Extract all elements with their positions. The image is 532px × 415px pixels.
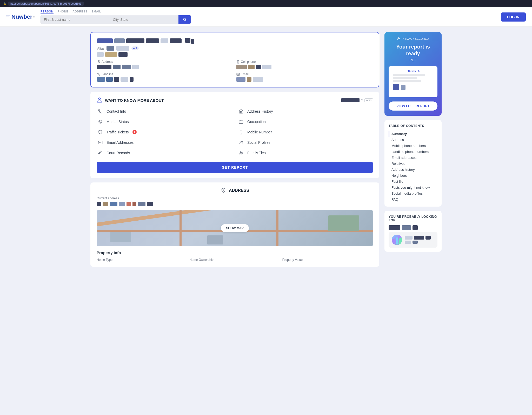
address-value xyxy=(97,65,233,69)
toc-item-fact-file[interactable]: Fact file xyxy=(389,179,437,185)
browser-bar: 🔒 https://nuwber.com/person/563a1fcc7686… xyxy=(0,0,532,7)
svg-point-2 xyxy=(238,63,238,63)
svg-point-11 xyxy=(240,141,241,142)
map-green-area xyxy=(328,215,359,231)
toc-item-landline[interactable]: Landline phone numbers xyxy=(389,149,437,155)
search-location-input[interactable] xyxy=(110,15,179,24)
know-more-marital-status[interactable]: Marital Status xyxy=(97,118,232,125)
alias-plus[interactable]: + 2 xyxy=(131,46,139,50)
email-icon xyxy=(97,139,104,146)
search-name-input[interactable] xyxy=(41,15,110,24)
people-icon xyxy=(237,139,245,146)
name-block-4 xyxy=(146,38,159,43)
toc-item-neighbors[interactable]: Neighbors xyxy=(389,173,437,179)
toc-item-mobile[interactable]: Mobile phone numbers xyxy=(389,143,437,149)
cell-phone-detail: Cell phone xyxy=(236,60,373,69)
know-more-social-profiles[interactable]: Social Profiles xyxy=(237,139,373,146)
know-more-court-records[interactable]: Court Records xyxy=(97,149,232,157)
tab-person[interactable]: PERSON xyxy=(41,10,53,14)
toc-item-email[interactable]: Email addresses xyxy=(389,155,437,161)
logo-sup: ® xyxy=(34,16,35,18)
alias-second-row xyxy=(97,52,373,57)
map-block-1 xyxy=(110,232,131,242)
tab-address[interactable]: ADDRESS xyxy=(72,10,87,14)
know-more-header: WANT TO KNOW MORE ABOUT ? ADS xyxy=(97,97,373,104)
alias-block-2 xyxy=(116,46,129,51)
address-value-blocks xyxy=(97,202,373,206)
know-more-mobile-number[interactable]: Mobile Number xyxy=(237,128,373,136)
search-input-group xyxy=(41,15,191,24)
toc-item-relatives[interactable]: Relatives xyxy=(389,161,437,167)
family-icon xyxy=(237,149,245,157)
probably-person-card[interactable] xyxy=(389,232,437,248)
browser-icons: 🔒 xyxy=(3,2,6,5)
briefcase-icon xyxy=(237,118,245,125)
toc-item-facts-you-might-not-know[interactable]: Facts you might not know xyxy=(389,185,437,191)
tab-email[interactable]: EMAIL xyxy=(91,10,101,14)
svg-point-15 xyxy=(241,152,242,153)
svg-point-6 xyxy=(99,120,102,123)
svg-point-12 xyxy=(242,141,243,142)
probably-avatar xyxy=(392,235,402,245)
know-more-family-ties[interactable]: Family Ties xyxy=(237,149,373,157)
landline-detail: Landline xyxy=(97,72,233,82)
person-name-blurred xyxy=(341,98,360,102)
name-block-1 xyxy=(97,38,113,43)
toc-item-social-media[interactable]: Social media profiles xyxy=(389,191,437,196)
shield-icon xyxy=(97,128,104,136)
traffic-tickets-label: Traffic Tickets xyxy=(107,130,129,134)
occupation-label: Occupation xyxy=(247,120,266,124)
traffic-badge: 1 xyxy=(132,130,137,134)
svg-rect-7 xyxy=(239,121,243,124)
toc-item-faq[interactable]: FAQ xyxy=(389,196,437,202)
report-title: Your report is ready xyxy=(389,43,437,57)
alias-block-1 xyxy=(107,46,114,51)
tab-phone[interactable]: PHONE xyxy=(58,10,69,14)
know-more-address-history[interactable]: Address History xyxy=(237,108,373,115)
know-more-title: WANT TO KNOW MORE ABOUT xyxy=(105,98,164,103)
cell-phone-value xyxy=(236,65,373,69)
cell-phone-label: Cell phone xyxy=(236,60,373,64)
toc-item-address[interactable]: Address xyxy=(389,137,437,143)
toc-item-address-history[interactable]: Address history xyxy=(389,167,437,173)
name-block-3 xyxy=(126,38,144,43)
address-label: Address xyxy=(97,60,233,64)
search-tabs: PERSON PHONE ADDRESS EMAIL xyxy=(41,10,191,14)
know-more-email-addresses[interactable]: Email Addresses xyxy=(97,139,232,146)
name-block-5 xyxy=(161,38,168,43)
probably-person-info xyxy=(405,236,434,244)
probably-title: YOU'RE PROBABLY LOOKING FOR xyxy=(389,215,437,222)
get-report-button[interactable]: GET REPORT xyxy=(97,162,373,173)
court-records-label: Court Records xyxy=(107,151,130,155)
name-block-6 xyxy=(170,38,182,43)
logo-icon xyxy=(6,16,10,18)
home-type-label: Home Type xyxy=(97,258,187,262)
show-map-button[interactable]: SHOW MAP xyxy=(221,224,249,232)
know-more-contact-info[interactable]: Contact Info xyxy=(97,108,232,115)
logo[interactable]: Nuwber® xyxy=(6,13,35,20)
name-extras xyxy=(185,38,194,44)
know-more-traffic-tickets[interactable]: Traffic Tickets 1 xyxy=(97,128,232,136)
person-card: Alias + 2 Address xyxy=(90,32,379,87)
property-value-label: Property Value xyxy=(282,258,373,262)
mobile-icon xyxy=(237,128,245,136)
toc-card: TABLE OF CONTENTS Summary Address Mobile… xyxy=(384,120,442,207)
logo-text: Nuwber xyxy=(11,13,32,20)
probably-name-row xyxy=(389,225,437,230)
landline-value xyxy=(97,77,233,82)
contact-info-label: Contact Info xyxy=(107,109,126,113)
know-more-card: WANT TO KNOW MORE ABOUT ? ADS Contact In… xyxy=(90,92,379,178)
login-button[interactable]: LOG IN xyxy=(501,12,526,22)
map-container: SHOW MAP xyxy=(97,210,373,246)
report-ready-card: PRIVACY SECURED Your report is ready PDF… xyxy=(384,32,442,116)
name-block-2 xyxy=(114,38,125,43)
mobile-number-label: Mobile Number xyxy=(247,130,272,134)
know-more-occupation[interactable]: Occupation xyxy=(237,118,373,125)
report-subtitle: PDF xyxy=(389,58,437,62)
house-icon xyxy=(237,108,245,115)
view-report-button[interactable]: VIEW FULL REPORT xyxy=(389,101,437,111)
toc-item-summary[interactable]: Summary xyxy=(389,131,437,137)
search-button[interactable] xyxy=(178,15,191,24)
content-area: Alias + 2 Address xyxy=(90,32,379,267)
svg-point-4 xyxy=(98,98,100,100)
